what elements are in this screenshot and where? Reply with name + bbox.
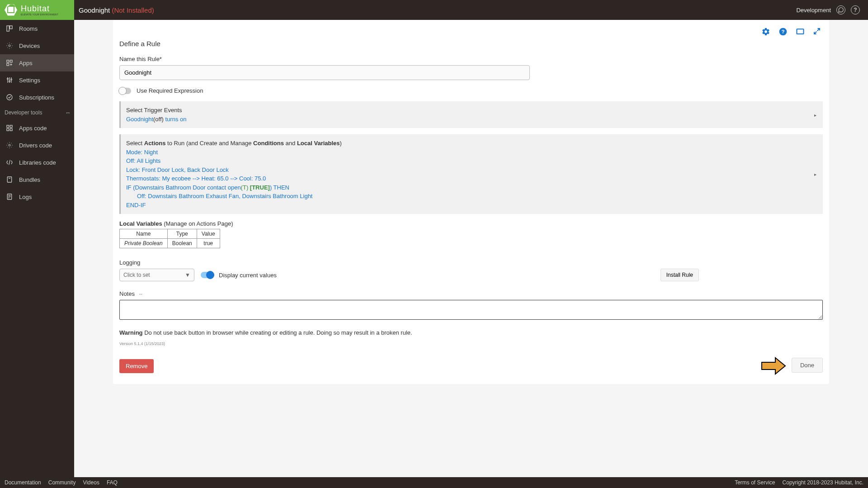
sidebar-item-rooms[interactable]: Rooms	[0, 20, 74, 37]
notes-label-row: Notes ↔	[119, 290, 823, 297]
notes-label: Notes	[119, 290, 135, 297]
sidebar-item-label: Subscriptions	[19, 94, 54, 101]
install-status: (Not Installed)	[112, 6, 154, 14]
display-values-toggle[interactable]	[201, 272, 212, 278]
apps-code-icon	[5, 124, 14, 132]
svg-point-14	[7, 95, 12, 100]
remove-button[interactable]: Remove	[119, 359, 154, 373]
table-cell: Private Boolean	[120, 239, 168, 248]
top-header: Hubitat ELEVATE YOUR ENVIRONMENT Goodnig…	[0, 0, 868, 20]
logo-icon	[5, 4, 17, 16]
dropdown-placeholder: Click to set	[123, 272, 150, 278]
svg-rect-15	[7, 125, 9, 128]
bundles-icon	[5, 175, 14, 184]
subscriptions-icon	[5, 93, 14, 101]
done-group: Done	[761, 357, 823, 375]
logging-section: Logging Click to set ▼ Display current v…	[119, 259, 823, 281]
trigger-event-line: Goodnight(off) turns on	[126, 115, 817, 124]
install-rule-button[interactable]: Install Rule	[660, 269, 699, 281]
svg-rect-5	[7, 63, 9, 66]
done-button[interactable]: Done	[792, 358, 823, 373]
sidebar-item-subscriptions[interactable]: Subscriptions	[0, 89, 74, 106]
table-row: Private Boolean Boolean true	[120, 239, 220, 248]
svg-text:?: ?	[781, 28, 784, 34]
svg-rect-18	[10, 128, 12, 131]
devices-icon	[5, 42, 14, 50]
chevron-right-icon: ▸	[814, 112, 816, 117]
display-values-label: Display current values	[219, 272, 277, 279]
section-title: Define a Rule	[119, 40, 823, 47]
table-header: Type	[167, 229, 197, 239]
triggers-panel[interactable]: Select Trigger Events Goodnight(off) tur…	[119, 101, 823, 128]
action-line-if: IF (Downstairs Bathroom Door contact ope…	[126, 183, 817, 192]
action-line-thermostats: Thermostats: My ecobee --> Heat: 65.0 --…	[126, 174, 817, 183]
version-text: Version 5.1.4 (1/15/2023)	[119, 341, 823, 346]
logs-icon	[5, 193, 14, 201]
sidebar-item-label: Devices	[19, 43, 40, 49]
chevron-right-icon: ▸	[814, 172, 816, 177]
help-icon[interactable]: ?	[851, 5, 860, 14]
action-line-mode: Mode: Night	[126, 148, 817, 157]
header-right: Development ?	[796, 5, 868, 14]
sidebar-item-devices[interactable]: Devices	[0, 37, 74, 54]
chevron-down-icon: ▼	[185, 272, 190, 278]
resize-icon: ↔	[138, 291, 143, 297]
help-icon[interactable]: ?	[778, 27, 788, 36]
svg-point-9	[7, 78, 9, 80]
title-text: Goodnight	[79, 6, 110, 14]
libraries-code-icon	[5, 158, 14, 166]
triggers-title: Select Trigger Events	[126, 106, 817, 115]
sidebar-item-label: Rooms	[19, 25, 38, 32]
sidebar-item-apps[interactable]: Apps	[0, 54, 74, 71]
sidebar-item-label: Logs	[19, 194, 32, 200]
logo-main: Hubitat	[21, 5, 58, 13]
svg-rect-0	[7, 26, 9, 31]
logo-text: Hubitat ELEVATE YOUR ENVIRONMENT	[21, 5, 58, 16]
sidebar-item-label: Apps	[19, 60, 33, 66]
local-vars-title: Local Variables (Manage on Actions Page)	[119, 220, 233, 227]
rooms-icon	[5, 24, 14, 33]
sidebar-item-libraries-code[interactable]: Libraries code	[0, 154, 74, 171]
logging-dropdown[interactable]: Click to set ▼	[119, 269, 194, 281]
sidebar-item-logs[interactable]: Logs	[0, 188, 74, 205]
actions-panel[interactable]: Select Actions to Run (and Create and Ma…	[119, 134, 823, 214]
sidebar-item-drivers-code[interactable]: Drivers code	[0, 137, 74, 154]
svg-point-11	[9, 81, 10, 82]
chat-icon[interactable]	[836, 5, 845, 14]
expand-icon[interactable]	[813, 27, 822, 36]
svg-point-2	[9, 45, 10, 47]
development-link[interactable]: Development	[796, 7, 831, 14]
settings-icon	[5, 76, 14, 84]
svg-rect-17	[7, 128, 9, 131]
svg-rect-28	[797, 29, 804, 34]
action-line-off: Off: All Lights	[126, 156, 817, 166]
rule-name-input[interactable]	[119, 65, 530, 80]
logging-row: Click to set ▼ Display current values In…	[119, 269, 823, 281]
actions-title: Select Actions to Run (and Create and Ma…	[126, 139, 817, 148]
svg-rect-20	[7, 177, 11, 182]
table-cell: true	[197, 239, 220, 248]
logo-area[interactable]: Hubitat ELEVATE YOUR ENVIRONMENT	[0, 0, 74, 20]
action-line-indented: Off: Downstairs Bathroom Exhaust Fan, Do…	[126, 192, 817, 201]
sidebar-item-settings[interactable]: Settings	[0, 71, 74, 89]
svg-point-19	[9, 144, 10, 146]
table-header: Name	[120, 229, 168, 239]
sidebar-item-label: Libraries code	[19, 159, 56, 166]
required-expression-toggle[interactable]	[119, 88, 131, 94]
device-icon[interactable]	[796, 27, 805, 36]
page-title: Goodnight (Not Installed)	[79, 6, 154, 14]
svg-rect-1	[10, 26, 12, 29]
notes-textarea[interactable]	[119, 300, 823, 320]
sidebar: Rooms Devices Apps Settings Subscription…	[0, 20, 74, 413]
developer-tools-section[interactable]: Developer tools ⤢	[0, 106, 74, 119]
svg-rect-4	[10, 60, 12, 62]
sidebar-item-apps-code[interactable]: Apps code	[0, 119, 74, 137]
drivers-code-icon	[5, 141, 14, 149]
arrow-annotation-icon	[761, 357, 786, 375]
table-header: Value	[197, 229, 220, 239]
svg-point-13	[11, 79, 12, 80]
local-vars-table: Name Type Value Private Boolean Boolean …	[119, 229, 220, 248]
gear-icon[interactable]	[761, 27, 770, 36]
sidebar-item-bundles[interactable]: Bundles	[0, 171, 74, 188]
table-cell: Boolean	[167, 239, 197, 248]
